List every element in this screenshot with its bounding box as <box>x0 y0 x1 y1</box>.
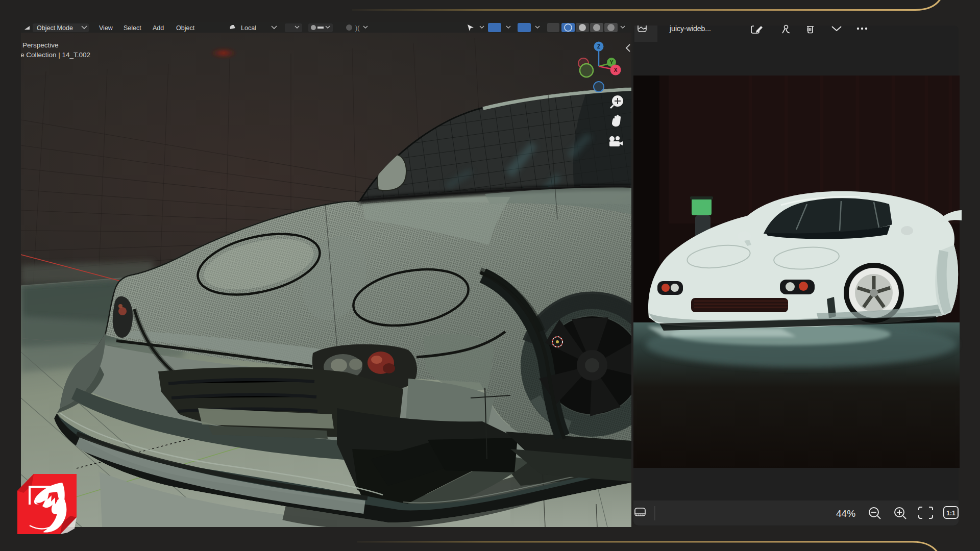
svg-text:juicy-wideb...: juicy-wideb... <box>669 24 711 33</box>
svg-text:Local: Local <box>241 24 256 32</box>
svg-text:Perspective: Perspective <box>22 41 59 49</box>
svg-text:1:1: 1:1 <box>946 510 955 517</box>
svg-text:Select: Select <box>124 24 141 32</box>
svg-text:X: X <box>614 67 618 73</box>
svg-text:Y: Y <box>610 60 614 65</box>
svg-text:Z: Z <box>597 44 600 49</box>
svg-text:)(: )( <box>355 24 360 32</box>
svg-text:Object Mode: Object Mode <box>37 24 73 32</box>
svg-text:44%: 44% <box>836 508 855 519</box>
svg-text:Add: Add <box>153 24 164 32</box>
svg-text:View: View <box>99 24 113 32</box>
svg-text:e Collection | 14_T.002: e Collection | 14_T.002 <box>20 51 90 59</box>
svg-text:Object: Object <box>176 24 195 32</box>
